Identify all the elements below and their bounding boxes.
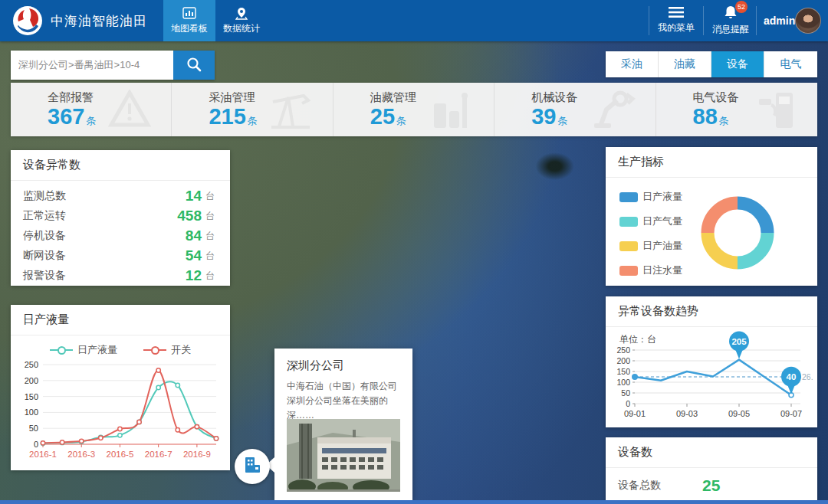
chart-legend: 日产液量 开关 [11,343,230,357]
svg-text:09-05: 09-05 [728,409,750,418]
bar-chart-icon [182,6,197,20]
svg-text:50: 50 [29,424,38,433]
svg-text:150: 150 [616,367,630,376]
swatch-icon [619,266,638,276]
svg-text:0: 0 [626,399,630,408]
legend-item[interactable]: 日产液量 [50,343,117,357]
hamburger-icon [669,7,684,20]
stat-unit: 条 [86,115,96,126]
stat-value: 39 [531,104,556,129]
branch-popup[interactable]: 深圳分公司 中海石油（中国）有限公司深圳分公司坐落在美丽的深…… [274,349,412,500]
legend-label: 日产气量 [642,214,682,228]
list-item: 断网设备 54 台 [11,246,230,266]
daily-liquid-panel: 日产液量 日产液量 开关 0501001502002502016-12016-3… [11,305,230,470]
tab-map-board[interactable]: 地图看板 [163,0,215,41]
legend-label: 日注水量 [642,263,682,277]
dashboard-root: 中海油智能油田 地图看板 数据统计 我的菜单 52 消息提 [0,0,828,504]
panel-title: 异常设备数趋势 [606,296,817,327]
svg-text:50: 50 [621,388,630,398]
tab-oil-production[interactable]: 采油 [606,51,659,77]
stat-card-electrical: 电气设备 88条 [656,83,817,136]
abnormal-trend-chart: 05010015020025009-0109-0309-0509-0726.20… [612,341,813,424]
search-input[interactable] [11,51,173,80]
row-value: 12 [186,267,202,284]
stat-value: 88 [693,104,718,129]
tab-reservoir[interactable]: 油藏 [659,51,711,77]
legend-item[interactable]: 日产气量 [619,214,682,228]
production-indicators-panel: 生产指标 日产液量 日产气量 日产油量 日注水量 [606,147,817,286]
row-label: 断网设备 [23,249,186,263]
tab-equipment[interactable]: 设备 [711,51,764,77]
pumpjack-icon [268,90,313,133]
legend-item[interactable]: 开关 [143,343,191,357]
list-item: 监测总数 14 台 [11,186,230,206]
svg-text:2016-5: 2016-5 [107,450,134,459]
list-item: 报警设备 12 台 [11,266,230,286]
map-pin-icon [234,6,249,20]
username: admin [764,15,795,27]
legend-label: 日产油量 [642,239,682,253]
line-marker-icon [143,345,166,355]
row-value: 84 [186,227,202,244]
stat-unit: 条 [248,115,258,126]
panel-title: 设备异常数 [11,150,230,181]
row-value: 14 [186,188,202,205]
row-value: 25 [702,476,720,495]
charging-pile-icon [756,90,797,133]
stat-card-all-alarms: 全部报警 367条 [11,83,172,136]
stat-card-reservoir: 油藏管理 25条 [334,83,495,136]
svg-text:100: 100 [616,378,630,387]
swatch-icon [619,217,638,227]
row-value: 54 [186,247,202,264]
svg-text:0: 0 [34,440,38,449]
notifications-label: 消息提醒 [712,23,749,36]
stat-value: 215 [209,104,245,129]
legend-label: 日产液量 [642,190,682,204]
svg-text:09-01: 09-01 [624,409,646,418]
abnormal-trend-panel: 异常设备数趋势 单位：台 05010015020025009-0109-0309… [606,296,817,427]
my-menu-button[interactable]: 我的菜单 [649,0,703,41]
row-unit: 台 [205,210,218,223]
stat-card-oil-production: 采油管理 215条 [172,83,333,136]
row-value: 458 [177,208,202,224]
row-label: 停机设备 [23,229,186,243]
row-unit: 台 [205,230,218,243]
list-item: 停机设备 84 台 [11,226,230,246]
search-bar [11,51,215,80]
svg-text:2016-9: 2016-9 [183,450,211,459]
legend-item[interactable]: 日注水量 [619,263,682,277]
branch-map-marker[interactable] [235,449,270,484]
building-photo [287,419,400,492]
search-button[interactable] [173,51,215,80]
legend-item[interactable]: 日产油量 [619,239,682,253]
popup-description: 中海石油（中国）有限公司深圳分公司坐落在美丽的深…… [274,373,412,424]
row-unit: 台 [205,190,218,203]
device-count-panel: 设备数 设备总数 25 正常运转 10 [606,437,817,504]
tab-electrical[interactable]: 电气 [764,51,817,77]
svg-text:150: 150 [25,392,38,401]
panel-title: 日产液量 [11,305,230,335]
row-unit: 台 [205,270,218,283]
legend-label: 日产液量 [77,343,117,357]
row-unit: 台 [205,250,218,263]
swatch-icon [619,192,638,202]
tab-data-statistics[interactable]: 数据统计 [215,0,268,41]
tab-map-board-label: 地图看板 [171,22,208,35]
svg-text:250: 250 [25,360,38,369]
svg-text:09-07: 09-07 [780,409,802,418]
legend-item[interactable]: 日产液量 [619,190,682,204]
divider [756,6,757,35]
oil-tank-icon [431,90,474,133]
notifications-button[interactable]: 52 消息提醒 [704,0,757,41]
panel-title: 设备数 [606,437,817,468]
list-item: 正常运转 458 台 [11,206,230,226]
alarm-stats-row: 全部报警 367条 采油管理 215条 油藏管理 25条 机械设备 39条 [11,83,817,136]
top-navbar: 中海油智能油田 地图看板 数据统计 我的菜单 52 消息提 [0,0,828,41]
daily-liquid-chart: 0501001502002502016-12016-32016-52016-72… [15,358,225,467]
svg-text:40: 40 [787,372,797,381]
user-avatar[interactable] [795,8,821,34]
svg-text:100: 100 [25,407,38,417]
stat-unit: 条 [719,115,729,126]
stat-value: 367 [48,104,84,129]
svg-text:2016-3: 2016-3 [67,450,95,459]
